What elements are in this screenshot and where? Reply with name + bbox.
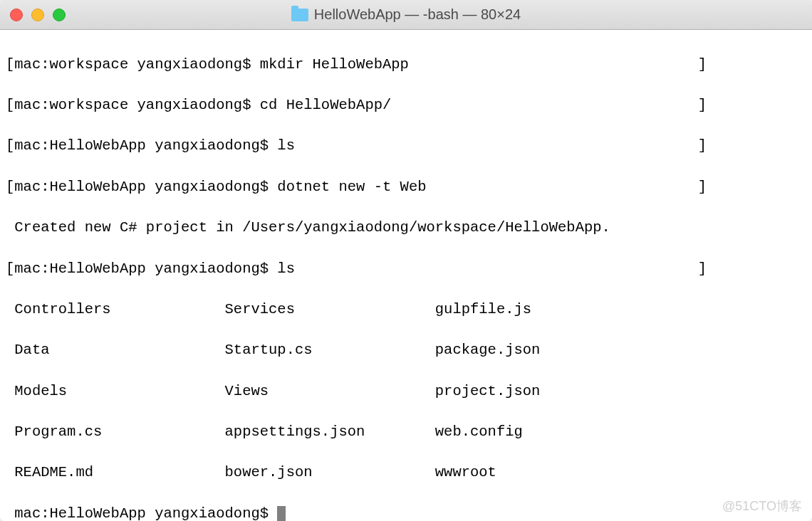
- folder-icon: [291, 9, 308, 21]
- maximize-button[interactable]: [53, 9, 66, 21]
- terminal-line: [mac:workspace yangxiaodong$ mkdir Hello…: [6, 55, 806, 75]
- close-button[interactable]: [10, 9, 23, 21]
- terminal-line: [mac:HelloWebApp yangxiaodong$ ls ]: [6, 259, 806, 280]
- terminal-line: [mac:HelloWebApp yangxiaodong$ dotnet ne…: [6, 177, 806, 198]
- terminal-line: Data Startup.cs package.json: [6, 340, 806, 361]
- window-title: HelloWebApp — -bash — 80×24: [314, 6, 521, 23]
- terminal-line: Controllers Services gulpfile.js: [6, 300, 806, 320]
- terminal-line: README.md bower.json wwwroot: [6, 463, 806, 483]
- terminal-line: [mac:HelloWebApp yangxiaodong$ ls ]: [6, 136, 806, 157]
- terminal-line: Created new C# project in /Users/yangxia…: [6, 218, 806, 238]
- terminal-line: [mac:workspace yangxiaodong$ cd HelloWeb…: [6, 95, 806, 116]
- terminal-window: HelloWebApp — -bash — 80×24 [mac:workspa…: [0, 0, 812, 521]
- cursor: [277, 506, 286, 521]
- window-title-group: HelloWebApp — -bash — 80×24: [291, 6, 521, 23]
- titlebar[interactable]: HelloWebApp — -bash — 80×24: [0, 0, 812, 30]
- terminal-body[interactable]: [mac:workspace yangxiaodong$ mkdir Hello…: [0, 30, 812, 521]
- terminal-line: Models Views project.json: [6, 381, 806, 402]
- traffic-lights: [0, 9, 66, 21]
- terminal-prompt-line: mac:HelloWebApp yangxiaodong$: [6, 504, 806, 521]
- minimize-button[interactable]: [31, 9, 44, 21]
- watermark: @51CTO博客: [722, 498, 802, 515]
- terminal-prompt: mac:HelloWebApp yangxiaodong$: [6, 505, 277, 521]
- terminal-line: Program.cs appsettings.json web.config: [6, 422, 806, 443]
